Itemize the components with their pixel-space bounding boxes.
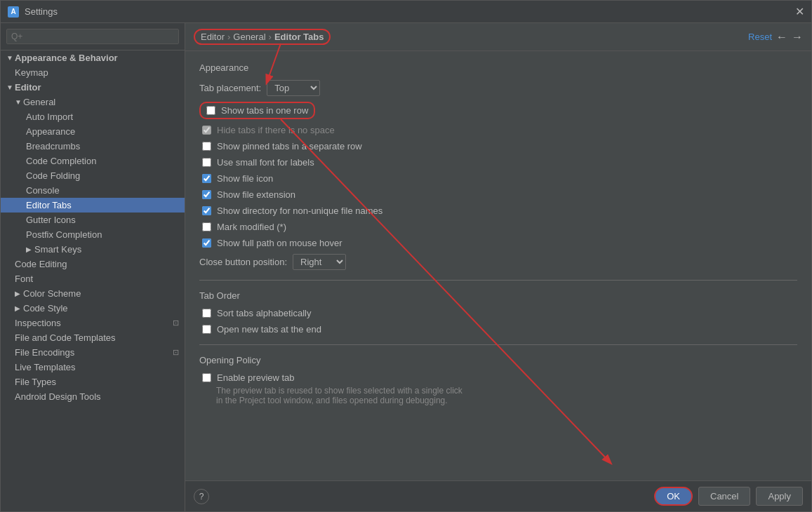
- back-button[interactable]: ←: [776, 31, 787, 43]
- tab-placement-select[interactable]: Top Bottom Left Right: [267, 80, 320, 96]
- content-body: Appearance Tab placement: Top Bottom Lef…: [185, 51, 811, 480]
- show-file-icon-checkbox[interactable]: [202, 174, 211, 183]
- breadcrumb: Editor › General › Editor Tabs: [194, 29, 331, 45]
- sidebar-item-file-types[interactable]: File Types: [1, 375, 185, 389]
- sidebar-item-android-design-tools[interactable]: Android Design Tools: [1, 389, 185, 404]
- show-tabs-one-row-label: Show tabs in one row: [221, 105, 308, 116]
- sidebar-label: File Encodings: [15, 347, 74, 358]
- sidebar-item-live-templates[interactable]: Live Templates: [1, 360, 185, 375]
- show-pinned-row: Show pinned tabs in a separate row: [199, 141, 797, 151]
- show-file-extension-row: Show file extension: [199, 189, 797, 200]
- window-title: Settings: [25, 6, 58, 17]
- enable-preview-tab-label: Enable preview tab: [217, 372, 295, 383]
- section-opening-policy: Opening Policy Enable preview tab The pr…: [199, 355, 797, 405]
- settings-window: A Settings ✕ ▼ Appearance & Behavior Key…: [0, 0, 812, 512]
- sidebar-label: Live Templates: [15, 362, 75, 372]
- sidebar-item-breadcrumbs[interactable]: Breadcrumbs: [1, 139, 185, 154]
- mark-modified-checkbox[interactable]: [202, 222, 211, 231]
- sidebar-item-color-scheme[interactable]: ▶ Color Scheme: [1, 286, 185, 301]
- sidebar-item-editor[interactable]: ▼ Editor: [1, 80, 185, 95]
- cancel-button[interactable]: Cancel: [698, 487, 750, 506]
- show-full-path-label: Show full path on mouse hover: [217, 238, 342, 248]
- open-new-at-end-label: Open new tabs at the end: [217, 324, 321, 335]
- sidebar-label: File Types: [15, 377, 56, 387]
- sidebar-item-appearance-behavior[interactable]: ▼ Appearance & Behavior: [1, 50, 185, 65]
- sidebar-item-inspections[interactable]: Inspections ⊡: [1, 316, 185, 330]
- sidebar-item-file-encodings[interactable]: File Encodings ⊡: [1, 345, 185, 360]
- tab-placement-label: Tab placement:: [199, 83, 261, 93]
- sidebar-label: Postfix Completion: [26, 229, 102, 240]
- reset-button[interactable]: Reset: [748, 32, 772, 42]
- sidebar-item-code-editing[interactable]: Code Editing: [1, 257, 185, 271]
- show-tabs-one-row-row: Show tabs in one row: [199, 102, 315, 119]
- close-button-position-select[interactable]: Right Left Hidden: [293, 254, 346, 270]
- dialog-footer: ? OK Cancel Apply: [185, 480, 811, 511]
- use-small-font-checkbox[interactable]: [202, 158, 211, 167]
- sidebar-item-general[interactable]: ▼ General: [1, 95, 185, 109]
- divider-2: [199, 344, 797, 345]
- apply-button[interactable]: Apply: [756, 487, 803, 506]
- sidebar-item-console[interactable]: Console: [1, 183, 185, 198]
- section-appearance: Appearance Tab placement: Top Bottom Lef…: [199, 62, 797, 270]
- sidebar-item-postfix-completion[interactable]: Postfix Completion: [1, 227, 185, 242]
- sidebar-label: Font: [15, 274, 33, 284]
- pin-icon: ⊡: [173, 348, 179, 357]
- sidebar-item-gutter-icons[interactable]: Gutter Icons: [1, 213, 185, 227]
- sort-alphabetically-checkbox[interactable]: [202, 309, 211, 318]
- show-pinned-label: Show pinned tabs in a separate row: [217, 141, 362, 151]
- sort-alphabetically-row: Sort tabs alphabetically: [199, 308, 797, 318]
- sidebar-item-code-style[interactable]: ▶ Code Style: [1, 301, 185, 316]
- sidebar-label: File and Code Templates: [15, 332, 116, 343]
- enable-preview-tab-checkbox[interactable]: [202, 373, 211, 382]
- open-new-at-end-checkbox[interactable]: [202, 325, 211, 334]
- sidebar-item-appearance[interactable]: Appearance: [1, 124, 185, 139]
- show-tabs-one-row-checkbox[interactable]: [206, 106, 215, 115]
- main-layout: ▼ Appearance & Behavior Keymap ▼ Editor …: [1, 23, 811, 511]
- expand-arrow: ▶: [15, 304, 23, 312]
- show-full-path-checkbox[interactable]: [202, 238, 211, 248]
- search-input[interactable]: [6, 29, 179, 44]
- sidebar-item-auto-import[interactable]: Auto Import: [1, 109, 185, 124]
- use-small-font-label: Use small font for labels: [217, 157, 314, 168]
- mark-modified-label: Mark modified (*): [217, 222, 286, 232]
- close-button[interactable]: ✕: [795, 5, 804, 18]
- sidebar-label: Editor Tabs: [26, 200, 72, 210]
- open-new-at-end-row: Open new tabs at the end: [199, 324, 797, 335]
- sidebar-label: Inspections: [15, 318, 61, 328]
- app-icon: A: [8, 6, 19, 18]
- help-button[interactable]: ?: [194, 489, 209, 504]
- hide-tabs-no-space-checkbox[interactable]: [202, 126, 211, 135]
- section-appearance-label: Appearance: [199, 62, 797, 73]
- content-area: Editor › General › Editor Tabs Reset ← →: [185, 23, 811, 511]
- tab-placement-row: Tab placement: Top Bottom Left Right: [199, 80, 797, 96]
- forward-button[interactable]: →: [792, 31, 803, 43]
- show-file-icon-label: Show file icon: [217, 173, 273, 184]
- hide-tabs-no-space-row: Hide tabs if there is no space: [199, 125, 797, 135]
- sidebar-item-code-folding[interactable]: Code Folding: [1, 168, 185, 183]
- sidebar-label: General: [23, 97, 55, 107]
- sidebar-item-editor-tabs[interactable]: Editor Tabs: [1, 198, 185, 213]
- ok-button[interactable]: OK: [654, 487, 693, 506]
- show-directory-checkbox[interactable]: [202, 206, 211, 215]
- sidebar-label: Editor: [15, 82, 41, 93]
- show-pinned-checkbox[interactable]: [202, 142, 211, 151]
- sidebar-item-keymap[interactable]: Keymap: [1, 65, 185, 80]
- sidebar-label: Code Completion: [26, 156, 96, 166]
- show-file-extension-checkbox[interactable]: [202, 190, 211, 199]
- enable-preview-tab-row: Enable preview tab: [199, 372, 797, 383]
- sidebar-label: Code Editing: [15, 259, 67, 269]
- sidebar-item-font[interactable]: Font: [1, 271, 185, 286]
- sidebar-label: Appearance: [26, 126, 75, 137]
- breadcrumb-current: Editor Tabs: [274, 32, 324, 42]
- breadcrumb-general: General: [233, 32, 265, 42]
- sidebar-item-file-code-templates[interactable]: File and Code Templates: [1, 330, 185, 345]
- sidebar-item-code-completion[interactable]: Code Completion: [1, 154, 185, 168]
- sidebar: ▼ Appearance & Behavior Keymap ▼ Editor …: [1, 23, 185, 511]
- settings-dialog: A Settings ✕ ▼ Appearance & Behavior Key…: [0, 0, 812, 512]
- expand-arrow: ▶: [15, 290, 23, 297]
- preview-tab-hint: The preview tab is reused to show files …: [199, 386, 797, 405]
- breadcrumb-editor: Editor: [201, 32, 225, 42]
- sidebar-label: Console: [26, 185, 60, 196]
- sidebar-item-smart-keys[interactable]: ▶ Smart Keys: [1, 242, 185, 257]
- breadcrumb-sep1: ›: [227, 32, 230, 42]
